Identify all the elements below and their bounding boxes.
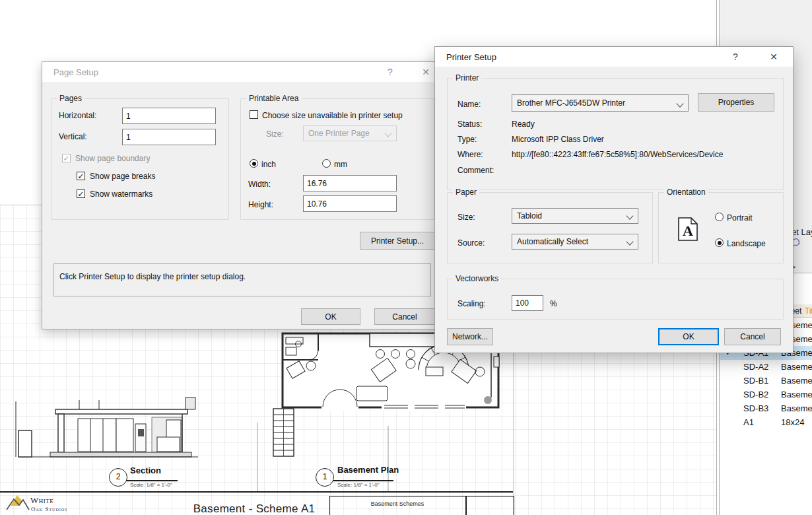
hint-text: Click Printer Setup to display the print…	[59, 272, 246, 281]
size-label: Size:	[266, 129, 284, 139]
choose-size-label[interactable]: Choose size unavailable in printer setup	[262, 111, 403, 120]
section-label: Section	[130, 465, 161, 475]
sheet-row[interactable]: SD-B1 Basement	[720, 374, 812, 388]
page-orientation-icon: A	[675, 216, 702, 242]
sheet-row[interactable]: SD-A2 Basement	[720, 360, 812, 374]
vertical-label: Vertical:	[59, 132, 87, 141]
logo-line1: White	[30, 495, 53, 506]
type-label: Type:	[457, 135, 477, 144]
plan-scale: Scale: 1/8" = 1'-0"	[337, 482, 379, 488]
plan-number-bubble: 1	[316, 468, 334, 487]
mm-radio[interactable]	[322, 159, 331, 168]
paper-group: Paper	[447, 192, 653, 263]
height-input[interactable]	[303, 195, 397, 212]
mm-label[interactable]: mm	[334, 160, 347, 169]
application-window: 2 Section Scale: 1/8" = 1'-0" 1 Basement…	[0, 0, 812, 515]
show-page-breaks-checkbox[interactable]: ✓	[77, 172, 85, 180]
printer-name-label: Name:	[457, 100, 481, 109]
properties-button[interactable]: Properties	[698, 93, 774, 112]
cancel-button[interactable]: Cancel	[724, 328, 781, 345]
chevron-down-icon	[626, 212, 633, 219]
height-label: Height:	[248, 200, 273, 209]
show-page-boundary-checkbox: ✓	[62, 154, 71, 162]
sheet-row[interactable]: A1 18x24	[720, 415, 812, 429]
width-label: Width:	[248, 180, 271, 189]
paper-source-label: Source:	[457, 238, 485, 248]
status-value: Ready	[512, 120, 535, 129]
landscape-radio[interactable]	[715, 238, 724, 247]
printer-setup-dialog: Printer Setup ? ✕ Printer Name: Brother …	[434, 46, 794, 353]
width-input[interactable]	[303, 175, 397, 191]
where-label: Where:	[457, 150, 483, 159]
printer-setup-button[interactable]: Printer Setup...	[360, 232, 435, 250]
plan-label: Basement Plan	[337, 465, 399, 475]
status-label: Status:	[457, 120, 482, 129]
cancel-button[interactable]: Cancel	[374, 308, 435, 325]
size-dropdown: One Printer Page	[303, 125, 397, 141]
ok-button[interactable]: OK	[658, 328, 719, 345]
help-button[interactable]: ?	[727, 50, 744, 63]
choose-size-checkbox[interactable]	[250, 110, 258, 119]
paper-size-dropdown[interactable]: Tabloid	[512, 208, 638, 224]
sheet-row[interactable]: SD-B3 Basement	[720, 401, 812, 415]
inch-radio[interactable]	[250, 159, 258, 168]
section-number-bubble: 2	[109, 468, 127, 487]
paper-size-label: Size:	[457, 213, 475, 222]
close-icon[interactable]: ✕	[417, 65, 434, 79]
section-drawing	[16, 397, 198, 457]
vectorworks-group: Vectorworks	[447, 279, 784, 320]
chevron-down-icon	[384, 129, 391, 137]
sheet-row[interactable]: SD-B2 Basement	[720, 388, 812, 401]
page-setup-dialog: Page Setup ? ✕ Pages Horizontal: Vertica…	[42, 61, 439, 329]
vertical-input[interactable]	[122, 129, 216, 145]
scaling-label: Scaling:	[457, 299, 486, 308]
logo-mountain-icon	[5, 491, 32, 515]
type-value: Microsoft IPP Class Driver	[512, 135, 604, 144]
header-title: Title	[805, 306, 812, 316]
section-label-rule	[126, 480, 178, 481]
section-scale: Scale: 1/8" = 1'-0"	[130, 482, 172, 488]
horizontal-label: Horizontal:	[59, 111, 96, 120]
network-button[interactable]: Network...	[447, 328, 493, 345]
page-setup-title: Page Setup	[53, 67, 98, 77]
close-icon[interactable]: ✕	[765, 50, 782, 63]
logo-line2: Oak Studios	[31, 506, 67, 512]
show-watermarks-checkbox[interactable]: ✓	[77, 189, 85, 198]
chevron-down-icon	[676, 100, 683, 107]
sheet-title: Basement - Scheme A1	[158, 502, 350, 515]
title-block-label: Basement Schemes	[329, 500, 465, 507]
svg-text:A: A	[683, 223, 693, 239]
help-button[interactable]: ?	[382, 65, 399, 79]
portrait-label[interactable]: Portrait	[727, 213, 753, 223]
stairs-drawing	[273, 409, 294, 456]
page-setup-titlebar[interactable]	[42, 62, 438, 82]
printer-setup-title: Printer Setup	[446, 52, 496, 62]
show-watermarks-label[interactable]: Show watermarks	[90, 189, 152, 199]
percent-label: %	[550, 299, 557, 308]
chevron-down-icon	[626, 238, 633, 245]
show-page-boundary-label: Show page boundary	[75, 154, 150, 163]
plan-label-rule	[333, 480, 393, 481]
inch-label[interactable]: inch	[261, 160, 276, 169]
horizontal-input[interactable]	[122, 108, 216, 124]
portrait-radio[interactable]	[715, 213, 724, 221]
hint-box: Click Printer Setup to display the print…	[53, 263, 431, 296]
ok-button[interactable]: OK	[301, 308, 360, 325]
show-page-breaks-label[interactable]: Show page breaks	[90, 172, 155, 181]
scaling-input[interactable]	[512, 295, 543, 311]
where-value: http://[fe80::4223:43ff:fe67:5c58%5]:80/…	[512, 150, 723, 159]
printer-name-dropdown[interactable]: Brother MFC-J6545DW Printer	[512, 94, 689, 112]
title-block-box-2	[465, 496, 514, 515]
comment-label: Comment:	[457, 166, 494, 175]
landscape-label[interactable]: Landscape	[727, 239, 766, 248]
paper-source-dropdown[interactable]: Automatically Select	[512, 234, 638, 250]
